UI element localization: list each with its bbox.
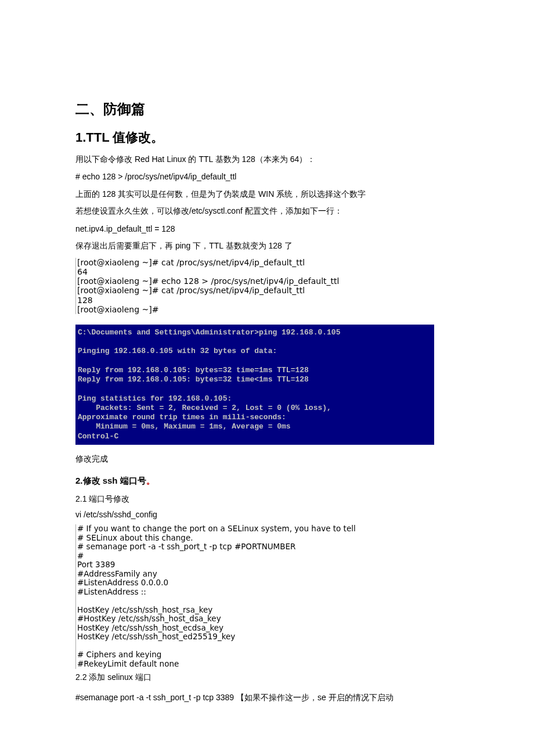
config-file-output: # If you want to change the port on a SE… [76, 524, 459, 668]
subheading: 2.2 添加 selinux 端口 [75, 671, 459, 683]
subheading: 2.1 端口号修改 [75, 493, 459, 505]
subsection-heading-1: 1.TTL 值修改。 [75, 128, 459, 147]
command-line: # echo 128 > /proc/sys/net/ipv4/ip_defau… [75, 170, 459, 184]
terminal-dark-block: C:\Documents and Settings\Administrator>… [75, 325, 434, 445]
config-line: net.ipv4.ip_default_ttl = 128 [75, 223, 459, 235]
heading-dot: 。 [146, 476, 155, 485]
heading-text: 2.修改 ssh 端口号 [75, 476, 146, 485]
paragraph: 若想使设置永久生效，可以修改/etc/sysctl.conf 配置文件，添加如下… [75, 204, 459, 218]
terminal-output: [root@xiaoleng ~]# cat /proc/sys/net/ipv… [76, 258, 459, 314]
terminal-light-block: [root@xiaoleng ~]# cat /proc/sys/net/ipv… [75, 258, 459, 314]
terminal-light-block: # If you want to change the port on a SE… [75, 524, 459, 668]
paragraph: #semanage port -a -t ssh_port_t -p tcp 3… [75, 692, 459, 704]
command-line: vi /etc/ssh/sshd_config [75, 509, 459, 521]
paragraph: 上面的 128 其实可以是任何数，但是为了伪装成是 WIN 系统，所以选择这个数… [75, 188, 459, 201]
section-heading: 二、防御篇 [75, 99, 459, 120]
paragraph: 用以下命令修改 Red Hat Linux 的 TTL 基数为 128（本来为 … [75, 153, 459, 167]
subsection-heading-2: 2.修改 ssh 端口号。 [75, 474, 459, 488]
paragraph: 修改完成 [75, 453, 459, 465]
paragraph: 保存退出后需要重启下，再 ping 下，TTL 基数就变为 128 了 [75, 240, 459, 252]
terminal-output: C:\Documents and Settings\Administrator>… [78, 328, 432, 441]
